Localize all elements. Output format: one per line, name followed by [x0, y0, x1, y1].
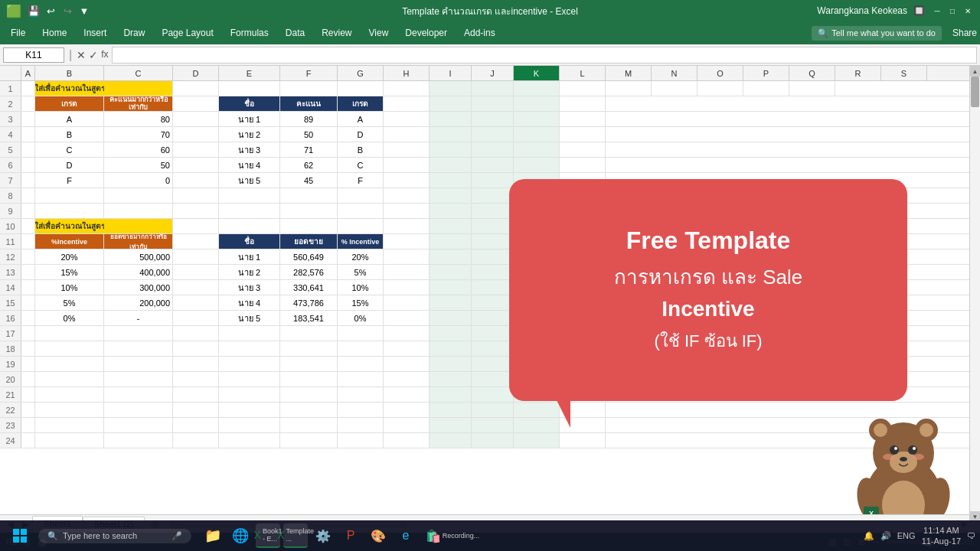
cell-b8[interactable]: [35, 188, 104, 203]
cell-e2[interactable]: ชื่อ: [219, 96, 280, 111]
cell-g1[interactable]: [338, 81, 384, 96]
cell-g13[interactable]: 5%: [338, 265, 384, 279]
cell-j11[interactable]: [472, 234, 514, 249]
col-header-j[interactable]: J: [472, 66, 514, 80]
cell-c14[interactable]: 300,000: [104, 280, 173, 295]
cell-d15[interactable]: [173, 295, 219, 310]
cell-h13[interactable]: [384, 265, 430, 279]
cell-g10[interactable]: [338, 219, 384, 233]
cell-g9[interactable]: [338, 204, 384, 218]
cell-a6[interactable]: [21, 158, 35, 172]
cell-k4[interactable]: [514, 127, 560, 142]
taskbar-explorer[interactable]: 📁: [201, 523, 225, 548]
cell-a12[interactable]: [21, 249, 35, 264]
cell-j4[interactable]: [472, 127, 514, 142]
action-center-icon[interactable]: 🗨: [967, 531, 975, 540]
cell-d1[interactable]: [173, 81, 219, 96]
cell-q1[interactable]: [789, 81, 835, 96]
col-header-c[interactable]: C: [104, 66, 173, 80]
menu-home[interactable]: Home: [34, 24, 74, 41]
cell-c8[interactable]: [104, 188, 173, 203]
cell-g2[interactable]: เกรด: [338, 96, 384, 111]
menu-draw[interactable]: Draw: [116, 24, 152, 41]
cell-j13[interactable]: [472, 265, 514, 279]
cell-e13[interactable]: นาย 2: [219, 265, 280, 279]
cell-p1[interactable]: [743, 81, 789, 96]
cell-h9[interactable]: [384, 204, 430, 218]
cell-h6[interactable]: [384, 158, 430, 172]
start-button[interactable]: [5, 524, 35, 547]
cell-h16[interactable]: [384, 311, 430, 325]
cell-h12[interactable]: [384, 249, 430, 264]
cell-l1[interactable]: [560, 81, 606, 96]
cell-i7[interactable]: [430, 173, 472, 187]
cell-m1[interactable]: [606, 81, 652, 96]
col-header-a[interactable]: A: [21, 66, 35, 80]
cell-b12[interactable]: 20%: [35, 249, 104, 264]
cell-i9[interactable]: [430, 204, 472, 218]
cell-f7[interactable]: 45: [280, 173, 338, 187]
col-header-k[interactable]: K: [514, 66, 560, 80]
cell-c15[interactable]: 200,000: [104, 295, 173, 310]
cell-f3[interactable]: 89: [280, 112, 338, 126]
cell-a3[interactable]: [21, 112, 35, 126]
cell-b14[interactable]: 10%: [35, 280, 104, 295]
cell-b1[interactable]: ใส่เพื่อคำนวณในสูตร: [35, 81, 104, 96]
cell-a7[interactable]: [21, 173, 35, 187]
cell-reference-box[interactable]: [3, 47, 64, 63]
cell-e16[interactable]: นาย 5: [219, 311, 280, 325]
cell-d5[interactable]: [173, 142, 219, 157]
col-header-h[interactable]: H: [384, 66, 430, 80]
cell-e3[interactable]: นาย 1: [219, 112, 280, 126]
cell-g12[interactable]: 20%: [338, 249, 384, 264]
cell-b3[interactable]: A: [35, 112, 104, 126]
cell-d11[interactable]: [173, 234, 219, 249]
cell-e8[interactable]: [219, 188, 280, 203]
menu-developer[interactable]: Developer: [397, 24, 455, 41]
col-header-g[interactable]: G: [338, 66, 384, 80]
cell-a11[interactable]: [21, 234, 35, 249]
taskbar-search[interactable]: 🔍 Type here to search 🎤: [38, 529, 191, 543]
cell-j10[interactable]: [472, 219, 514, 233]
cell-i14[interactable]: [430, 280, 472, 295]
cell-h14[interactable]: [384, 280, 430, 295]
cell-k6[interactable]: [514, 158, 560, 172]
col-header-i[interactable]: I: [430, 66, 472, 80]
taskbar-powerpoint[interactable]: P: [338, 523, 363, 548]
cell-o1[interactable]: [697, 81, 743, 96]
cell-a1[interactable]: [21, 81, 35, 96]
cell-f10[interactable]: [280, 219, 338, 233]
insert-function-icon[interactable]: fx: [101, 49, 108, 61]
cell-b11[interactable]: %Incentive: [35, 234, 104, 249]
cell-a9[interactable]: [21, 204, 35, 218]
cell-c4[interactable]: 70: [104, 127, 173, 142]
cell-e10[interactable]: [219, 219, 280, 233]
cell-i12[interactable]: [430, 249, 472, 264]
col-header-m[interactable]: M: [606, 66, 652, 80]
cell-e1[interactable]: [219, 81, 280, 96]
menu-formulas[interactable]: Formulas: [223, 24, 276, 41]
cell-d10[interactable]: [173, 219, 219, 233]
cell-k1[interactable]: [514, 81, 560, 96]
taskbar-ie[interactable]: e: [394, 523, 418, 548]
cell-a2[interactable]: [21, 96, 35, 111]
vertical-scrollbar[interactable]: ▲ ▼: [969, 66, 980, 522]
cancel-formula-icon[interactable]: ✕: [77, 49, 86, 61]
cell-e9[interactable]: [219, 204, 280, 218]
cell-a14[interactable]: [21, 280, 35, 295]
cell-f9[interactable]: [280, 204, 338, 218]
cell-d9[interactable]: [173, 204, 219, 218]
cell-f12[interactable]: 560,649: [280, 249, 338, 264]
col-header-p[interactable]: P: [743, 66, 789, 80]
save-icon[interactable]: 💾: [26, 3, 41, 18]
col-header-b[interactable]: B: [35, 66, 104, 80]
redo-icon[interactable]: ↪: [60, 3, 75, 18]
cell-g14[interactable]: 10%: [338, 280, 384, 295]
cell-l2[interactable]: [560, 96, 606, 111]
cell-a8[interactable]: [21, 188, 35, 203]
cell-h4[interactable]: [384, 127, 430, 142]
notification-icon[interactable]: 🔔: [864, 531, 874, 541]
cell-g16[interactable]: 0%: [338, 311, 384, 325]
cell-i3[interactable]: [430, 112, 472, 126]
restore-icon[interactable]: 🔲: [913, 5, 925, 16]
